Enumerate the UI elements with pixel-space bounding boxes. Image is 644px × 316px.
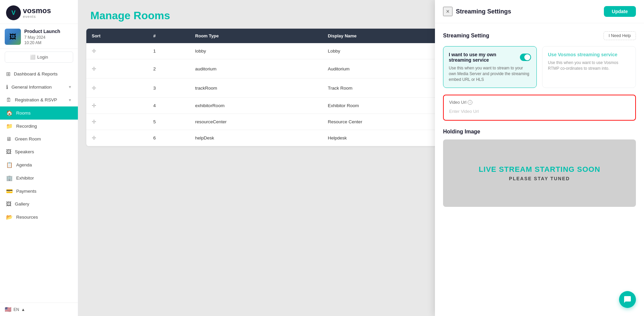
cell-num: 2 — [148, 59, 190, 78]
agenda-icon: 📋 — [6, 162, 13, 168]
vosmos-option-desc: Use this when you want to use Vosmos RTM… — [548, 60, 630, 71]
chat-button[interactable] — [619, 291, 636, 308]
chat-icon — [623, 295, 632, 304]
logo-sub: events — [23, 14, 51, 19]
main-content: Manage Rooms Sort # Room Type Display Na… — [78, 0, 644, 316]
cell-type: resourceCenter — [190, 114, 322, 130]
event-thumbnail: 🖼 — [5, 29, 21, 45]
holding-image-title: Holding Image — [443, 129, 636, 135]
own-option-title: I want to use my own streaming service — [449, 52, 520, 63]
need-help-button[interactable]: I Need Help — [604, 31, 636, 40]
vosmos-option-header: Use Vosmos streaming service — [548, 52, 630, 57]
rooms-icon: 🏠 — [6, 110, 13, 116]
payments-icon: 💳 — [6, 188, 13, 194]
cell-type: exhibitorRoom — [190, 98, 322, 114]
cell-num: 6 — [148, 130, 190, 146]
sidebar-item-label: Dashboard & Reports — [14, 71, 58, 76]
login-icon: ⬜ — [30, 55, 35, 60]
chevron-down-icon: ▼ — [68, 85, 72, 89]
sidebar-item-general[interactable]: ℹ General Information ▼ — [0, 81, 78, 94]
sidebar-item-label: Recording — [16, 124, 37, 129]
update-button[interactable]: Update — [604, 6, 636, 17]
cell-sort: ✛ — [86, 130, 148, 146]
sidebar-item-label: Registration & RSVP — [15, 97, 57, 102]
video-url-input[interactable] — [449, 107, 630, 115]
drag-handle[interactable]: ✛ — [92, 103, 96, 108]
info-icon: i — [468, 100, 472, 105]
drag-handle[interactable]: ✛ — [92, 48, 96, 54]
resources-icon: 📂 — [6, 214, 13, 220]
own-streaming-option[interactable]: I want to use my own streaming service U… — [443, 46, 537, 88]
event-date: 7 May 2024 — [24, 35, 73, 40]
streaming-setting-label: Streaming Setting — [443, 33, 489, 39]
drag-handle[interactable]: ✛ — [92, 135, 96, 141]
speakers-icon: 🖼 — [6, 149, 11, 155]
drag-handle[interactable]: ✛ — [92, 119, 96, 125]
cell-type: trackRoom — [190, 78, 322, 98]
sidebar-item-payments[interactable]: 💳 Payments — [0, 185, 78, 198]
sidebar-nav: ⊞ Dashboard & Reports ℹ General Informat… — [0, 65, 78, 303]
flag-icon: 🇺🇸 — [5, 306, 11, 313]
cell-type: helpDesk — [190, 130, 322, 146]
chevron-down-icon: ▼ — [68, 98, 72, 102]
video-url-section: Video Url i — [443, 95, 636, 121]
sidebar-item-speakers[interactable]: 🖼 Speakers — [0, 146, 78, 158]
sidebar-item-greenroom[interactable]: 🖥 Green Room — [0, 133, 78, 146]
sidebar-item-label: Speakers — [15, 149, 34, 154]
greenroom-icon: 🖥 — [6, 136, 11, 142]
sidebar-item-label: General Information — [11, 85, 52, 90]
sidebar-item-exhibitor[interactable]: 🏢 Exhibitor — [0, 171, 78, 185]
sidebar-item-label: Resources — [16, 215, 38, 220]
gallery-icon: 🖼 — [6, 201, 11, 207]
cell-sort: ✛ — [86, 78, 148, 98]
login-button[interactable]: ⬜ Login — [5, 52, 73, 63]
holding-image-section: Holding Image LIVE STREAM STARTING SOON … — [443, 129, 636, 207]
logo-area: V vosmos events — [0, 0, 78, 24]
general-icon: ℹ — [6, 84, 8, 90]
language-bar[interactable]: 🇺🇸 EN ▲ — [0, 303, 78, 316]
dashboard-icon: ⊞ — [6, 71, 10, 77]
streaming-settings-panel: × Streaming Settings Update Streaming Se… — [435, 0, 644, 316]
col-type: Room Type — [190, 29, 322, 43]
sidebar-item-agenda[interactable]: 📋 Agenda — [0, 158, 78, 171]
own-streaming-toggle[interactable] — [520, 54, 531, 61]
sidebar-item-label: Agenda — [16, 162, 32, 167]
cell-sort: ✛ — [86, 114, 148, 130]
panel-header: × Streaming Settings Update — [435, 0, 644, 23]
cell-num: 4 — [148, 98, 190, 114]
sidebar-item-registration[interactable]: 🗓 Registration & RSVP ▼ — [0, 94, 78, 106]
toggle-knob — [524, 54, 530, 60]
sidebar-item-label: Payments — [16, 189, 36, 194]
sidebar: V vosmos events 🖼 Product Launch 7 May 2… — [0, 0, 78, 316]
holding-image-text1: LIVE STREAM STARTING SOON — [479, 165, 601, 174]
sidebar-item-resources[interactable]: 📂 Resources — [0, 211, 78, 224]
sidebar-item-rooms[interactable]: 🏠 Rooms — [0, 106, 78, 120]
sidebar-item-label: Rooms — [16, 110, 31, 116]
sidebar-item-gallery[interactable]: 🖼 Gallery — [0, 198, 78, 211]
cell-num: 5 — [148, 114, 190, 130]
logo: V vosmos events — [6, 5, 43, 20]
cell-type: auditorium — [190, 59, 322, 78]
logo-icon: V — [6, 5, 21, 20]
login-label: Login — [37, 55, 48, 60]
close-panel-button[interactable]: × — [443, 7, 452, 16]
registration-icon: 🗓 — [6, 97, 11, 103]
drag-handle[interactable]: ✛ — [92, 66, 96, 72]
language-label: EN — [13, 307, 19, 312]
holding-image-text2: PLEASE STAY TUNED — [509, 176, 570, 181]
vosmos-streaming-option[interactable]: Use Vosmos streaming service Use this wh… — [542, 46, 636, 88]
cell-sort: ✛ — [86, 43, 148, 59]
streaming-setting-section-header: Streaming Setting I Need Help — [443, 31, 636, 40]
cell-sort: ✛ — [86, 98, 148, 114]
cell-sort: ✛ — [86, 59, 148, 78]
panel-title: Streaming Settings — [456, 8, 511, 15]
sidebar-item-recording[interactable]: 📁 Recording — [0, 120, 78, 133]
sidebar-item-dashboard[interactable]: ⊞ Dashboard & Reports — [0, 67, 78, 81]
event-info: Product Launch 7 May 2024 10:20 AM — [24, 29, 73, 45]
sidebar-item-label: Exhibitor — [16, 176, 34, 181]
event-name: Product Launch — [24, 29, 73, 34]
streaming-options: I want to use my own streaming service U… — [443, 46, 636, 88]
col-num: # — [148, 29, 190, 43]
holding-image-preview: LIVE STREAM STARTING SOON PLEASE STAY TU… — [443, 139, 636, 207]
drag-handle[interactable]: ✛ — [92, 85, 96, 91]
